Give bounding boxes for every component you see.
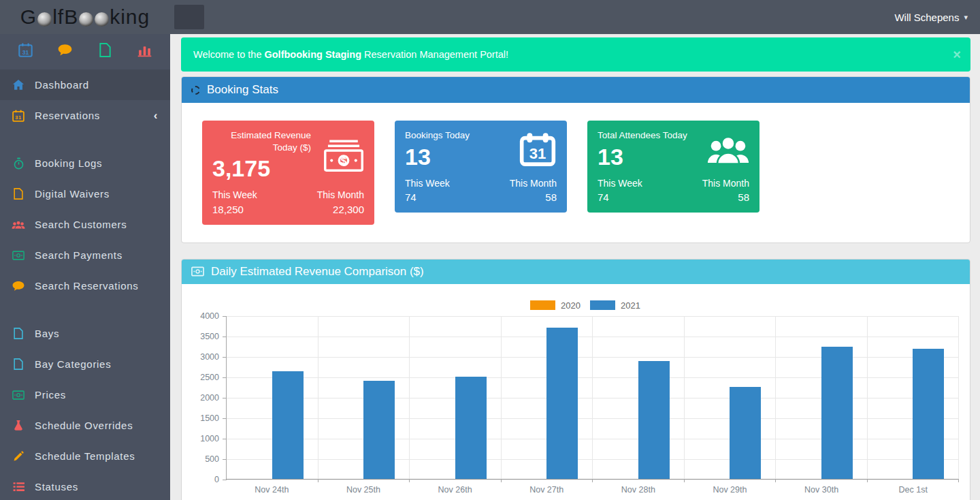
x-axis-tick [867, 479, 868, 482]
sidebar-item-label: Schedule Overrides [35, 420, 158, 431]
chat-icon [11, 281, 26, 292]
document-icon[interactable] [96, 41, 114, 59]
sidebar-item-schedule-templates[interactable]: Schedule Templates [0, 441, 170, 471]
sidebar-item-label: Bay Categories [35, 358, 158, 370]
bar-2021-Nov 28th [638, 361, 670, 479]
sidebar-item-bay-categories[interactable]: Bay Categories [0, 349, 170, 379]
card-title: Bookings Today [405, 129, 513, 142]
legend-item-2020[interactable]: 2020 [530, 300, 581, 311]
legend-swatch [530, 300, 555, 310]
week-label: This Week [405, 176, 450, 190]
users-icon [11, 219, 26, 230]
x-axis-tick [775, 479, 776, 482]
sidebar-item-label: Schedule Templates [35, 450, 158, 462]
cash-icon [11, 390, 26, 400]
bar-2021-Nov 25th [363, 381, 395, 479]
user-name: Will Schepens [894, 12, 959, 23]
legend-label: 2021 [621, 300, 640, 311]
month-label: This Month [317, 188, 364, 202]
month-value: 22,300 [317, 202, 364, 217]
chart-panel-header: Daily Estimated Revenue Comparison ($) [182, 260, 970, 284]
x-axis-label: Nov 29th [684, 485, 776, 495]
panel-title: Booking Stats [207, 83, 278, 97]
card-title: Estimated Revenue Today ($) [212, 129, 321, 153]
x-axis-tick [592, 479, 593, 482]
sidebar-item-dashboard[interactable]: Dashboard [0, 69, 170, 100]
users-icon [706, 129, 749, 170]
list-icon [11, 482, 26, 492]
dashed-circle-icon [191, 86, 200, 95]
golfbooking-logo: GlfBking [20, 5, 150, 29]
bar-chart-icon[interactable] [136, 41, 154, 59]
revenue-chart-panel: Daily Estimated Revenue Comparison ($) 2… [181, 259, 970, 500]
banknotes-icon: $ [321, 129, 364, 181]
chart-column [868, 316, 960, 479]
x-axis-tick [958, 479, 959, 482]
calendar-icon: 31 [11, 110, 26, 122]
card-value: 13 [405, 144, 513, 170]
sidebar-item-search-reservations[interactable]: Search Reservations [0, 270, 170, 301]
chart-legend: 20202021 [209, 300, 962, 311]
week-value: 74 [598, 190, 642, 205]
sidebar-item-statuses[interactable]: Statuses [0, 471, 170, 500]
sidebar-item-label: Digital Waivers [35, 188, 158, 200]
month-value: 58 [510, 190, 557, 205]
legend-item-2021[interactable]: 2021 [590, 300, 640, 311]
calendar-icon[interactable]: 31 [16, 41, 34, 59]
y-axis-label: 1500 [189, 413, 219, 423]
alert-highlight: Golfbooking Staging [264, 49, 361, 60]
user-menu[interactable]: Will Schepens ▾ [894, 12, 968, 23]
sidebar-shortcuts: 31 [0, 34, 170, 65]
stopwatch-icon [11, 157, 26, 170]
week-label: This Week [598, 176, 642, 190]
sidebar-item-schedule-overrides[interactable]: Schedule Overrides [0, 410, 170, 441]
y-axis-label: 2000 [189, 393, 219, 403]
main-content: Welcome to the Golfbooking Staging Reser… [170, 34, 980, 500]
menu-toggle-button[interactable] [174, 5, 204, 29]
stat-card-attendees: Total Attendees Today 13 This Week 74 [587, 121, 760, 213]
alert-text: Welcome to the [193, 49, 261, 60]
sidebar-item-label: Dashboard [35, 79, 158, 91]
sidebar-item-booking-logs[interactable]: Booking Logs [0, 148, 170, 178]
sidebar-item-label: Statuses [35, 481, 158, 493]
alert-text: Reservation Management Portal! [364, 49, 508, 60]
svg-text:31: 31 [22, 48, 29, 55]
card-value: 13 [598, 144, 706, 170]
flask-icon [11, 420, 26, 431]
stat-cards: Estimated Revenue Today ($) 3,175 $ This… [182, 103, 970, 243]
chat-icon[interactable] [56, 41, 74, 59]
sidebar-item-bays[interactable]: Bays [0, 318, 170, 349]
chart-column [318, 316, 410, 479]
svg-text:31: 31 [15, 114, 22, 121]
calendar-icon: 31 [513, 129, 557, 170]
golf-ball-icon [37, 12, 52, 27]
golf-ball-icon [95, 12, 109, 27]
month-value: 58 [702, 190, 749, 205]
logo-text: G [20, 5, 37, 29]
chart-x-axis: Nov 24thNov 25thNov 26thNov 27thNov 28th… [226, 485, 959, 495]
revenue-chart: 20202021 0500100015002000250030003500400… [182, 284, 970, 500]
logo-text: king [110, 5, 150, 29]
home-icon [11, 79, 26, 91]
month-label: This Month [702, 176, 749, 190]
sidebar-item-search-customers[interactable]: Search Customers [0, 209, 170, 240]
week-value: 18,250 [212, 202, 257, 217]
close-icon[interactable]: × [953, 48, 961, 61]
x-axis-label: Nov 25th [318, 485, 410, 495]
booking-stats-header: Booking Stats [182, 77, 970, 103]
y-axis-label: 0 [189, 475, 219, 484]
sidebar-item-prices[interactable]: Prices [0, 379, 170, 410]
document-icon [11, 328, 26, 339]
welcome-alert: Welcome to the Golfbooking Staging Reser… [181, 37, 970, 72]
sidebar-item-digital-waivers[interactable]: Digital Waivers [0, 178, 170, 209]
sidebar-item-label: Booking Logs [35, 157, 158, 169]
nav-spacer [0, 131, 170, 148]
chart-column [410, 316, 502, 479]
bar-2021-Nov 27th [546, 328, 578, 479]
sidebar-item-search-payments[interactable]: Search Payments [0, 240, 170, 270]
sidebar-item-label: Bays [35, 328, 158, 339]
nav-spacer [0, 301, 170, 318]
stat-card-bookings: Bookings Today 13 31 This Week 74 [395, 121, 567, 213]
y-axis-label: 2500 [189, 373, 219, 382]
sidebar-item-reservations[interactable]: 31 Reservations ‹ [0, 100, 170, 131]
